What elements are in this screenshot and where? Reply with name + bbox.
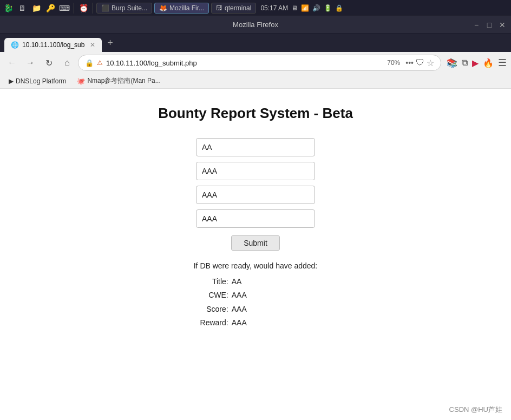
result-note: If DB were ready, would have added:: [194, 259, 318, 273]
score-input[interactable]: [196, 186, 315, 204]
page-content: Bounty Report System - Beta Submit If DB…: [0, 89, 511, 420]
nmap-label: Nmap参考指南(Man Pa...: [87, 76, 160, 86]
dnslog-label: DNSLog Platform: [16, 77, 66, 85]
browser-window: Mozilla Firefox − □ ✕ 🌐 10.10.11.100/log…: [0, 16, 511, 420]
address-input-wrap[interactable]: 🔒 ⚠ 70% ••• 🛡 ☆: [78, 55, 441, 71]
maximize-button[interactable]: □: [485, 21, 494, 29]
reward-label: Reward:: [194, 316, 232, 330]
forward-button[interactable]: →: [23, 55, 38, 70]
cert-warning-icon: ⚠: [97, 59, 103, 67]
zoom-level: 70%: [385, 59, 402, 67]
cwe-label: CWE:: [194, 288, 232, 302]
qterminal-icon: 🖫: [216, 4, 222, 12]
active-tab[interactable]: 🌐 10.10.11.100/log_sub ✕: [4, 38, 102, 52]
more-icon[interactable]: •••: [405, 58, 414, 67]
burpsuite-label: Burp Suite...: [112, 4, 147, 12]
tab-close-button[interactable]: ✕: [90, 41, 95, 49]
taskbar-burpsuite[interactable]: ⬛ Burp Suite...: [96, 3, 152, 14]
bookmark-star-icon[interactable]: ☆: [427, 58, 434, 68]
browser-title: Mozilla Firefox: [233, 21, 278, 29]
result-score-row: Score: AAA: [194, 303, 318, 316]
extension-icon-1[interactable]: 🔥: [483, 58, 494, 68]
qterminal-label: qterminal: [225, 4, 251, 12]
taskbar-icon-2[interactable]: 🖥: [16, 2, 28, 14]
browser-titlebar: Mozilla Firefox − □ ✕: [0, 16, 511, 34]
browser-menu-icons: 📚 ⧉ ▶ 🔥 ☰: [444, 57, 507, 69]
battery-icon: 🔋: [324, 4, 332, 12]
taskbar-icon-1[interactable]: 🐉: [2, 2, 14, 14]
bookmarks-bar: ▶ DNSLog Platform 🐙 Nmap参考指南(Man Pa...: [0, 74, 511, 89]
firefox-label: Mozilla Fir...: [169, 4, 204, 12]
menu-button[interactable]: ☰: [498, 57, 507, 69]
bookmark-dnslog[interactable]: ▶ DNSLog Platform: [5, 76, 69, 86]
shield-icon[interactable]: 🛡: [416, 58, 424, 68]
address-input[interactable]: [106, 59, 382, 67]
cwe-input[interactable]: [196, 162, 315, 180]
taskbar-icon-5[interactable]: ⌨: [58, 2, 70, 14]
page-heading: Bounty Report System - Beta: [158, 105, 353, 122]
title-input[interactable]: [196, 138, 315, 156]
tab-bar: 🌐 10.10.11.100/log_sub ✕ +: [0, 34, 511, 52]
reload-button[interactable]: ↻: [41, 55, 56, 70]
pocket-icon[interactable]: ▶: [472, 58, 479, 68]
back-button[interactable]: ←: [4, 55, 19, 70]
tab-favicon: 🌐: [11, 41, 19, 49]
taskbar-separator-1: [74, 3, 74, 14]
taskbar-icon-3[interactable]: 📁: [30, 2, 42, 14]
lock-icon: 🔒: [335, 4, 343, 12]
taskbar: 🐉 🖥 📁 🔑 ⌨ ⏰ ⬛ Burp Suite... 🦊 Mozilla Fi…: [0, 0, 511, 16]
score-value: AAA: [232, 303, 247, 316]
report-form: Submit: [11, 138, 500, 251]
result-title-row: Title: AA: [194, 275, 318, 288]
result-cwe-row: CWE: AAA: [194, 288, 318, 302]
taskbar-firefox[interactable]: 🦊 Mozilla Fir...: [154, 3, 209, 14]
title-label: Title:: [194, 275, 232, 288]
reward-input[interactable]: [196, 209, 315, 228]
cwe-value: AAA: [232, 288, 247, 302]
library-icon[interactable]: 📚: [447, 58, 457, 68]
taskbar-separator-2: [93, 3, 93, 14]
address-bar: ← → ↻ ⌂ 🔒 ⚠ 70% ••• 🛡 ☆ 📚 ⧉ ▶ 🔥 ☰: [0, 52, 511, 74]
watermark: CSDN @HU芦娃: [449, 405, 502, 415]
result-reward-row: Reward: AAA: [194, 316, 318, 330]
close-button[interactable]: ✕: [498, 21, 507, 29]
taskbar-icon-4[interactable]: 🔑: [44, 2, 56, 14]
home-button[interactable]: ⌂: [60, 55, 75, 70]
taskbar-qterminal[interactable]: 🖫 qterminal: [211, 3, 256, 14]
nmap-icon: 🐙: [77, 77, 85, 85]
tab-label: 10.10.11.100/log_sub: [22, 41, 84, 49]
minimize-button[interactable]: −: [472, 21, 481, 29]
taskbar-right: 05:17 AM 🖥 📶 🔊 🔋 🔒: [258, 4, 343, 12]
wifi-icon: 📶: [301, 4, 309, 12]
address-icons: ••• 🛡 ☆: [405, 58, 434, 68]
reward-value: AAA: [232, 316, 247, 330]
title-value: AA: [232, 275, 242, 288]
taskbar-time: 05:17 AM: [260, 4, 288, 12]
firefox-icon: 🦊: [159, 4, 167, 12]
bookmark-nmap[interactable]: 🐙 Nmap参考指南(Man Pa...: [74, 75, 163, 87]
submit-button[interactable]: Submit: [231, 235, 280, 251]
taskbar-icon-clock[interactable]: ⏰: [77, 2, 89, 14]
score-label: Score:: [194, 303, 232, 316]
new-tab-button[interactable]: +: [103, 36, 117, 50]
sync-icon[interactable]: ⧉: [462, 58, 468, 68]
result-section: If DB were ready, would have added: Titl…: [194, 259, 318, 330]
security-icon: 🔒: [85, 59, 94, 67]
window-controls: − □ ✕: [472, 21, 507, 29]
dnslog-icon: ▶: [9, 77, 14, 85]
speaker-icon: 🔊: [312, 4, 320, 12]
burpsuite-icon: ⬛: [101, 4, 109, 12]
monitor-icon: 🖥: [291, 4, 298, 12]
